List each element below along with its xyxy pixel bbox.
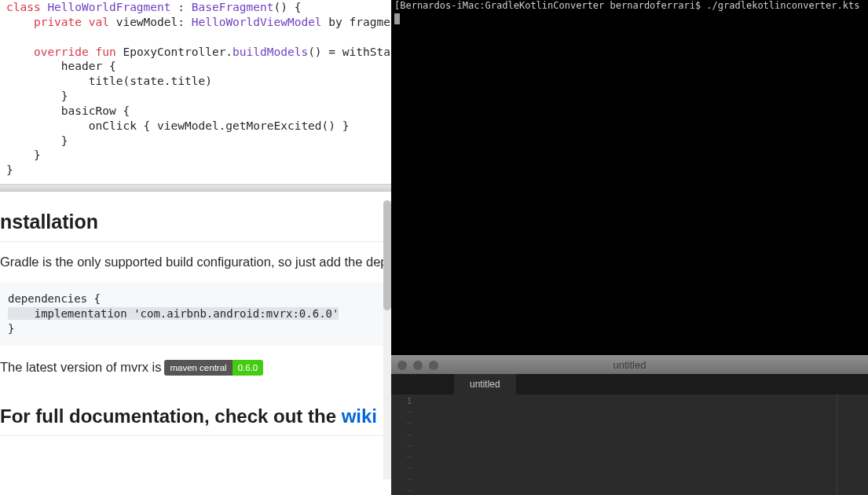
badge-label: maven central (164, 360, 232, 376)
editor-window: untitled untitled 1 ———————— (391, 355, 868, 495)
version-line: The latest version of mvrx is maven cent… (0, 360, 391, 376)
version-text: The latest version of mvrx is (0, 360, 161, 375)
minimize-icon[interactable] (413, 361, 423, 370)
class-name: HelloWorldFragment (41, 1, 178, 13)
horizontal-scrollbar[interactable] (0, 184, 391, 192)
editor-titlebar[interactable]: untitled (391, 355, 868, 374)
terminal-cursor (394, 13, 400, 24)
docs-heading: For full documentation, check out the wi… (0, 390, 391, 436)
readme-content: nstallation Gradle is the only supported… (0, 192, 391, 436)
editor-tabbar: untitled (391, 374, 868, 394)
traffic-lights (397, 361, 438, 370)
window-title: untitled (613, 359, 646, 371)
line-number: 1 (391, 396, 412, 406)
keyword-class: class (6, 1, 41, 13)
maven-badge[interactable]: maven central 0.6.0 (164, 360, 263, 376)
editor-content[interactable] (416, 394, 837, 495)
gutter-dashes: ———————— (391, 406, 412, 495)
editor-minimap[interactable] (837, 394, 868, 495)
wiki-link[interactable]: wiki (342, 405, 377, 427)
editor-gutter: 1 ———————— (391, 394, 416, 495)
editor-tab[interactable]: untitled (454, 374, 516, 394)
vertical-scrollbar[interactable] (383, 200, 391, 479)
terminal[interactable]: [Bernardos-iMac:GradleKotlinConverter be… (391, 0, 868, 355)
readme-pane: class HelloWorldFragment : BaseFragment(… (0, 0, 391, 495)
kotlin-code-block: class HelloWorldFragment : BaseFragment(… (0, 0, 391, 184)
dependencies-block: dependencies { implementation 'com.airbn… (0, 282, 391, 346)
terminal-prompt: [Bernardos-iMac:GradleKotlinConverter be… (394, 0, 859, 11)
badge-version: 0.6.0 (233, 360, 264, 376)
editor-body: 1 ———————— (391, 394, 868, 495)
installation-text: Gradle is the only supported build confi… (0, 255, 391, 270)
installation-heading: nstallation (0, 192, 391, 242)
close-icon[interactable] (397, 361, 407, 370)
base-class: BaseFragment (192, 1, 274, 13)
scrollbar-thumb[interactable] (383, 200, 391, 310)
right-pane: [Bernardos-iMac:GradleKotlinConverter be… (391, 0, 868, 495)
zoom-icon[interactable] (429, 361, 438, 370)
